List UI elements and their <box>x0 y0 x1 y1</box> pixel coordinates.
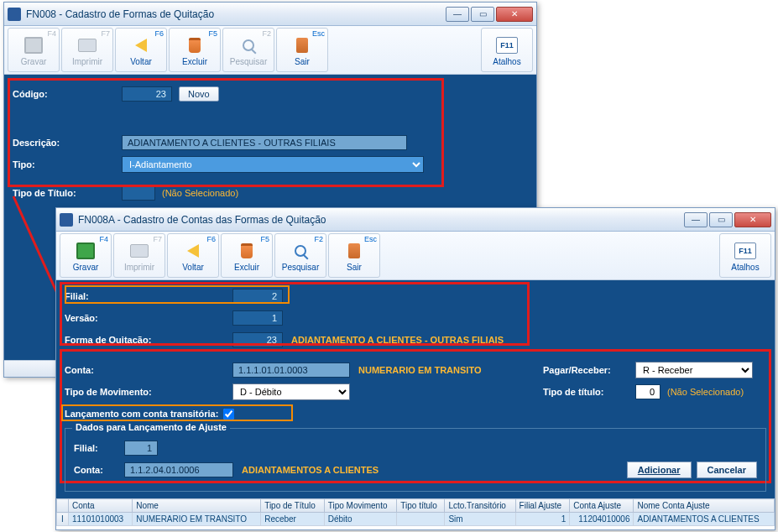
lanc-trans-label: Lançamento com conta transitória: <box>65 409 218 419</box>
col-nomecontaaj[interactable]: Nome Conta Ajuste <box>634 499 775 513</box>
minimize-button[interactable]: — <box>684 212 708 227</box>
gravar-button: F4 Gravar <box>8 28 60 72</box>
filial-field[interactable]: 2 <box>232 289 283 304</box>
window-title: FN008 - Cadastro de Formas de Quitação <box>26 8 446 20</box>
app-icon <box>60 213 73 227</box>
titlebar[interactable]: FN008 - Cadastro de Formas de Quitação —… <box>4 3 536 26</box>
col-tipomov[interactable]: Tipo Movimento <box>324 499 397 513</box>
forma-label: Forma de Quitação: <box>65 335 232 345</box>
close-button[interactable]: ✕ <box>734 212 771 227</box>
row-cursor-icon: I <box>57 513 69 526</box>
tipo-titulo-label: Tipo de título: <box>543 387 635 397</box>
col-conta[interactable]: Conta <box>69 499 133 513</box>
conta-label: Conta: <box>65 365 232 375</box>
filial-label: Filial: <box>65 291 232 301</box>
voltar-button[interactable]: F6 Voltar <box>115 28 167 72</box>
toolbar: F4 Gravar F7 Imprimir F6 Voltar F5 Exclu… <box>4 26 536 75</box>
col-filialaj[interactable]: Filial Ajuste <box>515 499 570 513</box>
imprimir-button: F7 Imprimir <box>113 233 165 278</box>
tipo-select[interactable]: I-Adiantamento <box>122 156 424 173</box>
save-icon <box>74 241 97 261</box>
excluir-button[interactable]: F5 Excluir <box>221 233 273 278</box>
grid-container: Conta Nome Tipo de Título Tipo Movimento… <box>56 498 775 526</box>
cell-tipomov[interactable]: Débito <box>324 513 397 526</box>
versao-field[interactable]: 1 <box>232 310 283 326</box>
gravar-button[interactable]: F4 Gravar <box>60 233 112 278</box>
codigo-field[interactable]: 23 <box>122 86 172 102</box>
cell-tipotitulo[interactable]: Receber <box>261 513 325 526</box>
tipomov-select[interactable]: D - Débito <box>232 383 350 400</box>
lanc-trans-checkbox[interactable] <box>223 409 234 420</box>
pagar-receber-select[interactable]: R - Receber <box>635 362 753 378</box>
grid-header-row: Conta Nome Tipo de Título Tipo Movimento… <box>57 499 775 513</box>
save-icon <box>22 35 45 55</box>
sair-button[interactable]: Esc Sair <box>276 28 328 72</box>
ajuste-legend: Dados para Lançamento de Ajuste <box>72 422 230 432</box>
back-icon <box>129 35 153 55</box>
novo-button[interactable]: Novo <box>179 86 219 102</box>
cell-filialaj[interactable]: 1 <box>515 513 570 526</box>
conta-field[interactable]: 1.1.1.01.01.0003 <box>232 362 350 378</box>
col-tipotitulo[interactable]: Tipo de Título <box>261 499 325 513</box>
aj-conta-text: ADIANTAMENTOS A CLIENTES <box>242 465 379 475</box>
conta-text: NUMERARIO EM TRANSITO <box>358 365 526 375</box>
aj-conta-label: Conta: <box>74 465 124 475</box>
cell-tipotit2[interactable] <box>397 513 445 526</box>
accounts-grid[interactable]: Conta Nome Tipo de Título Tipo Movimento… <box>56 498 775 526</box>
tipo-titulo-field[interactable]: 0 <box>635 384 661 399</box>
delete-icon <box>235 241 258 261</box>
adicionar-button[interactable]: Adicionar <box>627 462 692 478</box>
window-title: FN008A - Cadastro de Contas das Formas d… <box>78 214 684 226</box>
imprimir-button: F7 Imprimir <box>61 28 113 72</box>
col-nome[interactable]: Nome <box>133 499 261 513</box>
cell-nomecontaaj[interactable]: ADIANTAMENTOS A CLIENTES <box>634 513 775 526</box>
descricao-label: Descrição: <box>13 138 122 148</box>
excluir-button[interactable]: F5 Excluir <box>169 28 221 72</box>
col-contaaj[interactable]: Conta Ajuste <box>570 499 634 513</box>
forma-field[interactable]: 23 <box>232 332 283 347</box>
exit-icon <box>342 241 366 261</box>
print-icon <box>76 35 99 55</box>
back-icon <box>181 241 205 261</box>
f11-icon: F11 <box>495 35 519 55</box>
nao-selecionado-text: (Não Selecionado) <box>162 188 238 198</box>
cell-conta[interactable]: 11101010003 <box>69 513 133 526</box>
tipo-titulo-label: Tipo de Título: <box>13 188 122 198</box>
titlebar[interactable]: FN008A - Cadastro de Contas das Formas d… <box>56 208 775 232</box>
app-icon <box>8 8 21 21</box>
voltar-button[interactable]: F6 Voltar <box>167 233 219 278</box>
col-lctotrans[interactable]: Lcto.Transitório <box>445 499 515 513</box>
tipo-titulo-text: (Não Selecionado) <box>667 387 744 397</box>
grid-rowselector-header <box>57 499 69 513</box>
atalhos-button[interactable]: F11 Atalhos <box>719 233 771 278</box>
cell-nome[interactable]: NUMERARIO EM TRANSITO <box>133 513 261 526</box>
tipomov-label: Tipo de Movimento: <box>65 387 232 397</box>
codigo-label: Código: <box>13 89 122 99</box>
versao-label: Versão: <box>65 313 232 323</box>
search-icon <box>289 241 312 261</box>
ajuste-fieldset: Dados para Lançamento de Ajuste Filial: … <box>65 428 766 492</box>
window-fn008a: FN008A - Cadastro de Contas das Formas d… <box>55 207 775 530</box>
table-row[interactable]: I 11101010003 NUMERARIO EM TRANSITO Rece… <box>57 513 775 526</box>
aj-conta-field[interactable]: 1.1.2.04.01.0006 <box>124 462 233 477</box>
atalhos-button[interactable]: F11 Atalhos <box>481 28 533 72</box>
aj-filial-field[interactable]: 1 <box>124 441 158 456</box>
sair-button[interactable]: Esc Sair <box>328 233 380 278</box>
minimize-button[interactable]: — <box>446 7 469 22</box>
cell-lctotrans[interactable]: Sim <box>445 513 515 526</box>
close-button[interactable]: ✕ <box>496 7 533 22</box>
pagar-receber-label: Pagar/Receber: <box>543 365 635 375</box>
delete-icon <box>183 35 206 55</box>
cell-contaaj[interactable]: 11204010006 <box>570 513 634 526</box>
f11-icon: F11 <box>734 241 757 261</box>
cancelar-button[interactable]: Cancelar <box>697 462 757 478</box>
descricao-field[interactable]: ADIANTAMENTO A CLIENTES - OUTRAS FILIAIS <box>122 135 407 150</box>
toolbar: F4 Gravar F7 Imprimir F6 Voltar F5 Exclu… <box>56 232 775 280</box>
maximize-button[interactable]: ▭ <box>709 212 733 227</box>
col-tipotit2[interactable]: Tipo título <box>397 499 445 513</box>
tipo-titulo-field[interactable] <box>122 185 155 201</box>
maximize-button[interactable]: ▭ <box>471 7 494 22</box>
aj-filial-label: Filial: <box>74 443 124 453</box>
exit-icon <box>290 35 314 55</box>
pesquisar-button[interactable]: F2 Pesquisar <box>274 233 326 278</box>
